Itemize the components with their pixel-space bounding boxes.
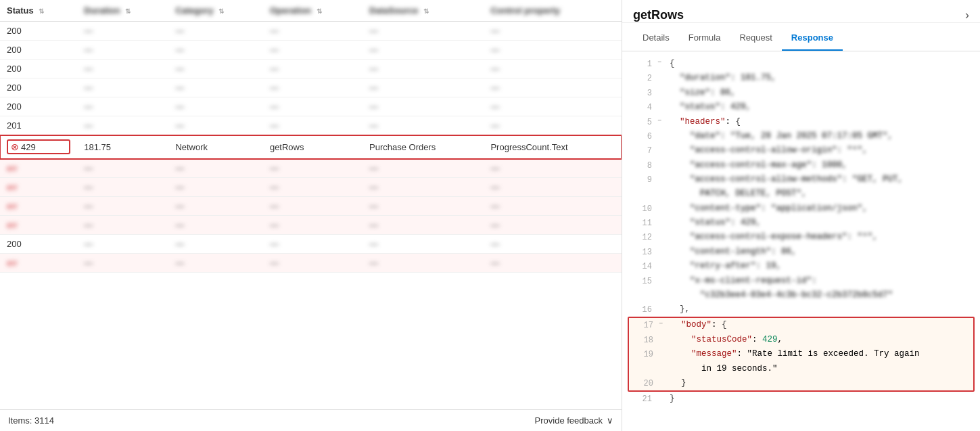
line-number: 13 bbox=[633, 245, 652, 259]
code-line: 10 "content-type": "application/json", bbox=[622, 202, 980, 216]
line-number: 3 bbox=[633, 86, 652, 100]
table-row[interactable]: 200————— bbox=[0, 22, 622, 41]
code-line: 7 "access-control-allow-origin": "*", bbox=[622, 143, 980, 158]
col-status[interactable]: Status ⇅ bbox=[0, 0, 77, 22]
col-controlproperty[interactable]: Control property bbox=[484, 0, 622, 22]
table-row[interactable]: 200————— bbox=[0, 41, 622, 60]
code-content: { bbox=[670, 57, 969, 71]
tab-response[interactable]: Response bbox=[782, 26, 843, 51]
feedback-chevron-icon: ∨ bbox=[607, 415, 613, 426]
status-number: 200 bbox=[7, 64, 22, 74]
line-number: 15 bbox=[633, 274, 652, 288]
collapse-button[interactable]: − bbox=[659, 318, 668, 330]
code-line: 4 "status": 429, bbox=[622, 100, 980, 114]
col-duration[interactable]: Duration ⇅ bbox=[77, 0, 168, 22]
operation-cell: — bbox=[263, 60, 363, 78]
tabs-container: DetailsFormulaRequestResponse bbox=[622, 26, 980, 51]
status-cell: 200 bbox=[0, 235, 77, 254]
code-content: } bbox=[671, 376, 968, 390]
table-row[interactable]: 201————— bbox=[0, 116, 622, 135]
panel-close-icon[interactable]: › bbox=[965, 8, 969, 22]
table-row[interactable]: err————— bbox=[0, 159, 622, 178]
tab-request[interactable]: Request bbox=[730, 26, 781, 51]
table-row[interactable]: err————— bbox=[0, 197, 622, 216]
error-badge: ⊗429 bbox=[7, 139, 70, 154]
code-line: 2 "duration": 181.75, bbox=[622, 71, 980, 85]
code-line: 6 "date": "Tue, 28 Jan 2025 07:17:05 GMT… bbox=[622, 129, 980, 143]
duration-cell: — bbox=[77, 41, 168, 60]
status-cell: err bbox=[0, 178, 77, 197]
collapse-button[interactable]: − bbox=[657, 57, 667, 68]
category-cell: — bbox=[168, 216, 263, 235]
duration-cell: — bbox=[77, 235, 168, 254]
code-content: "status": 429, bbox=[670, 100, 969, 114]
datasource-cell: — bbox=[363, 78, 484, 97]
operation-cell: — bbox=[263, 116, 363, 135]
code-line: 8 "access-control-max-age": 1000, bbox=[622, 158, 980, 173]
col-operation[interactable]: Operation ⇅ bbox=[263, 0, 363, 22]
code-content: }, bbox=[670, 302, 969, 317]
items-count: Items: 3114 bbox=[8, 415, 54, 426]
category-cell: — bbox=[168, 197, 263, 216]
line-number: 11 bbox=[633, 216, 652, 230]
operation-cell: — bbox=[263, 178, 363, 197]
table-row[interactable]: 200————— bbox=[0, 97, 622, 116]
tab-details[interactable]: Details bbox=[633, 26, 679, 51]
table-row[interactable]: ⊗429181.75NetworkgetRowsPurchase OrdersP… bbox=[0, 135, 622, 159]
table-wrapper[interactable]: Status ⇅ Duration ⇅ Category ⇅ Operation… bbox=[0, 0, 622, 409]
category-cell: — bbox=[168, 254, 263, 273]
status-cell: 200 bbox=[0, 22, 77, 41]
table-row[interactable]: 200————— bbox=[0, 60, 622, 78]
status-cell: err bbox=[0, 159, 77, 178]
datasource-cell: — bbox=[363, 97, 484, 116]
datasource-cell: — bbox=[363, 235, 484, 254]
operation-cell: — bbox=[263, 235, 363, 254]
datasource-cell: — bbox=[363, 60, 484, 78]
sort-icon-datasource: ⇅ bbox=[423, 7, 429, 15]
collapse-button[interactable]: − bbox=[657, 115, 667, 127]
tab-formula[interactable]: Formula bbox=[679, 26, 730, 51]
status-number: 200 bbox=[7, 101, 22, 112]
line-number: 12 bbox=[633, 230, 652, 244]
code-content: "statusCode": 429, bbox=[671, 333, 968, 347]
line-number: 14 bbox=[633, 259, 652, 273]
feedback-label: Provide feedback bbox=[535, 415, 603, 426]
col-category[interactable]: Category ⇅ bbox=[168, 0, 263, 22]
duration-cell: — bbox=[77, 116, 168, 135]
table-row[interactable]: 200————— bbox=[0, 78, 622, 97]
table-row[interactable]: 200————— bbox=[0, 235, 622, 254]
operation-cell: — bbox=[263, 254, 363, 273]
status-number: 200 bbox=[7, 26, 22, 36]
duration-cell: — bbox=[77, 216, 168, 235]
right-panel-header: getRows › bbox=[622, 0, 980, 23]
operation-cell: — bbox=[263, 22, 363, 41]
category-cell: — bbox=[168, 97, 263, 116]
sort-icon-category: ⇅ bbox=[218, 7, 224, 15]
table-row[interactable]: err————— bbox=[0, 254, 622, 273]
sort-icon-duration: ⇅ bbox=[125, 7, 131, 15]
category-cell: — bbox=[168, 159, 263, 178]
status-number: 200 bbox=[7, 239, 22, 249]
data-table: Status ⇅ Duration ⇅ Category ⇅ Operation… bbox=[0, 0, 622, 273]
code-line: 5− "headers": { bbox=[622, 115, 980, 129]
table-header-row: Status ⇅ Duration ⇅ Category ⇅ Operation… bbox=[0, 0, 622, 22]
category-cell: — bbox=[168, 41, 263, 60]
duration-cell: — bbox=[77, 254, 168, 273]
col-datasource[interactable]: DataSource ⇅ bbox=[363, 0, 484, 22]
datasource-cell: — bbox=[363, 116, 484, 135]
datasource-cell: Purchase Orders bbox=[363, 135, 484, 159]
feedback-button[interactable]: Provide feedback ∨ bbox=[535, 415, 613, 426]
duration-cell: — bbox=[77, 197, 168, 216]
duration-cell: — bbox=[77, 97, 168, 116]
code-content: "date": "Tue, 28 Jan 2025 07:17:05 GMT", bbox=[670, 129, 969, 143]
line-number: 2 bbox=[633, 71, 652, 85]
status-cell: 200 bbox=[0, 97, 77, 116]
table-row[interactable]: err————— bbox=[0, 216, 622, 235]
status-cell: 200 bbox=[0, 41, 77, 60]
line-number: 5 bbox=[633, 115, 652, 129]
code-panel[interactable]: 1−{2 "duration": 181.75,3 "size": 86,4 "… bbox=[622, 51, 980, 431]
status-cell: err bbox=[0, 216, 77, 235]
table-row[interactable]: err————— bbox=[0, 178, 622, 197]
datasource-cell: — bbox=[363, 178, 484, 197]
datasource-cell: — bbox=[363, 159, 484, 178]
